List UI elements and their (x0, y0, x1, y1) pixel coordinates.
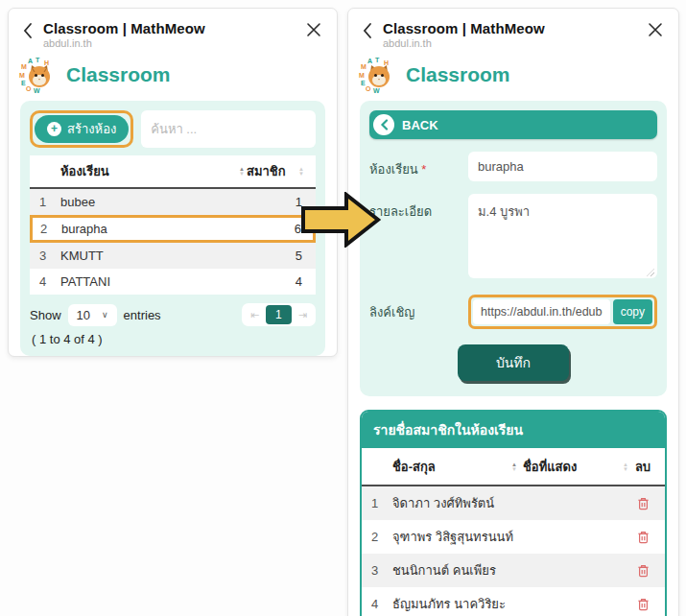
window-title: Classroom | MathMeow (43, 20, 304, 36)
search-input[interactable] (141, 110, 316, 148)
previous-page-icon[interactable]: ⇤ (244, 307, 266, 323)
invite-link-input[interactable] (473, 299, 610, 324)
members-section-title: รายชื่อสมาชิกในห้องเรียน (362, 412, 665, 448)
app-title-row: M A T H M E O W Classroom (9, 51, 337, 101)
mathmeow-logo-icon: M A T H M E O W (20, 57, 57, 93)
column-members[interactable]: สมาชิก (247, 161, 296, 181)
range-text: ( 1 to 4 of 4 ) (30, 332, 316, 346)
member-name: ชนนิกานต์ คนเพียร (392, 560, 523, 580)
room-name: bubee (60, 195, 273, 209)
classroom-list-panel: Classroom | MathMeow abdul.in.th M A T H… (8, 8, 338, 357)
column-delete: ลบ (630, 457, 655, 477)
member-count: 6 (272, 222, 305, 236)
column-displayname[interactable]: ชื่อที่แสดง (523, 457, 577, 477)
member-row: 1 จิดาภา วงศ์ทิพรัตน์ (362, 486, 665, 520)
required-asterisk: * (421, 162, 426, 177)
members-section: รายชื่อสมาชิกในห้องเรียน ชื่อ-สกุล ▲▼ ชื… (360, 410, 667, 616)
page-title: Classroom (66, 63, 171, 86)
mathmeow-logo-icon: M A T H M E O W (360, 57, 396, 93)
member-row: 2 จุฑาพร วิสิฐสุนทรนนท์ (362, 520, 665, 554)
delete-member-icon[interactable] (630, 497, 655, 510)
delete-member-icon[interactable] (630, 598, 655, 611)
cat-face-icon (27, 63, 52, 88)
copy-button[interactable]: copy (613, 299, 652, 324)
invite-link-label: ลิงค์เชิญ (369, 295, 468, 322)
room-name: PATTANI (60, 274, 273, 289)
window-header: Classroom | MathMeow abdul.in.th (9, 9, 337, 51)
classroom-row[interactable]: 4 PATTANI 4 (30, 269, 316, 295)
page-size-select[interactable]: 10 ∨ (68, 304, 117, 326)
cat-face-icon (367, 63, 391, 88)
pagination: ⇤ 1 ⇥ (242, 303, 316, 326)
table-footer: Show 10 ∨ entries ⇤ 1 ⇥ (30, 303, 316, 326)
sort-icon-displayname[interactable]: ▲▼ (623, 462, 628, 472)
column-fullname[interactable]: ชื่อ-สกุล (392, 457, 436, 477)
member-name: ธัญมนภัทร นาควิริยะ (392, 594, 523, 614)
back-label: BACK (402, 118, 438, 132)
page-title: Classroom (406, 63, 510, 86)
member-row: 3 ชนนิกานต์ คนเพียร (362, 554, 665, 587)
next-page-icon[interactable]: ⇥ (292, 307, 314, 323)
member-count: 5 (273, 249, 306, 263)
create-room-label: สร้างห้อง (67, 119, 116, 139)
sort-icon-fullname[interactable]: ▲▼ (511, 462, 517, 472)
sort-icon-room[interactable]: ▲▼ (239, 167, 245, 177)
window-header: Classroom | MathMeow abdul.in.th (348, 9, 678, 51)
classroom-row[interactable]: 3 KMUTT 5 (30, 243, 316, 269)
save-button[interactable]: บันทึก (458, 344, 569, 381)
app-title-row: M A T H M E O W Classroom (348, 51, 678, 101)
chevron-down-icon: ∨ (102, 310, 108, 320)
classroom-table: ห้องเรียน ▲▼ สมาชิก ▲▼ 1 bubee 1 2 burap… (30, 155, 316, 295)
member-name: จุฑาพร วิสิฐสุนทรนนท์ (392, 527, 523, 547)
close-icon[interactable] (304, 20, 323, 39)
screenshot-canvas: Classroom | MathMeow abdul.in.th M A T H… (0, 0, 686, 616)
classroom-row-selected[interactable]: 2 burapha 6 (30, 215, 316, 243)
room-name: burapha (61, 222, 272, 236)
room-name-label: ห้องเรียน * (369, 152, 468, 179)
show-label: Show (30, 308, 61, 322)
delete-member-icon[interactable] (630, 531, 655, 544)
create-room-highlight-box: + สร้างห้อง (30, 110, 133, 148)
sort-icon-members[interactable]: ▲▼ (298, 167, 304, 177)
member-count: 4 (273, 274, 306, 289)
classroom-list-card: + สร้างห้อง ห้องเรียน ▲▼ สมาชิก ▲▼ (20, 101, 325, 356)
current-page[interactable]: 1 (266, 305, 292, 324)
room-name: KMUTT (60, 249, 273, 263)
column-room[interactable]: ห้องเรียน (60, 161, 109, 181)
room-name-input[interactable] (468, 152, 657, 181)
classroom-detail-panel: Classroom | MathMeow abdul.in.th M A T H… (347, 8, 679, 616)
window-title: Classroom | MathMeow (383, 20, 646, 36)
back-chevron-icon[interactable] (20, 20, 35, 41)
close-icon[interactable] (646, 20, 665, 39)
member-row: 4 ธัญมนภัทร นาควิริยะ (362, 587, 665, 616)
invite-link-highlight-box: copy (468, 295, 657, 329)
transition-arrow (301, 192, 382, 248)
classroom-table-header: ห้องเรียน ▲▼ สมาชิก ▲▼ (30, 155, 316, 189)
classroom-form-card: BACK ห้องเรียน * รายละเอียด ม.4 บูรพา (360, 101, 667, 396)
members-table-header: ชื่อ-สกุล ▲▼ ชื่อที่แสดง ▲▼ ลบ (362, 448, 665, 486)
classroom-row[interactable]: 1 bubee 1 (30, 189, 316, 215)
plus-icon: + (47, 122, 61, 136)
back-circle-icon (373, 114, 394, 135)
entries-label: entries (124, 308, 161, 322)
back-button[interactable]: BACK (369, 110, 657, 139)
detail-textarea[interactable]: ม.4 บูรพา (468, 194, 657, 278)
member-name: จิดาภา วงศ์ทิพรัตน์ (392, 493, 523, 513)
window-subtitle: abdul.in.th (43, 37, 304, 49)
create-room-button[interactable]: + สร้างห้อง (35, 115, 129, 143)
detail-label: รายละเอียด (369, 194, 468, 222)
window-subtitle: abdul.in.th (383, 37, 646, 49)
back-chevron-icon[interactable] (360, 20, 375, 41)
delete-member-icon[interactable] (630, 564, 655, 578)
